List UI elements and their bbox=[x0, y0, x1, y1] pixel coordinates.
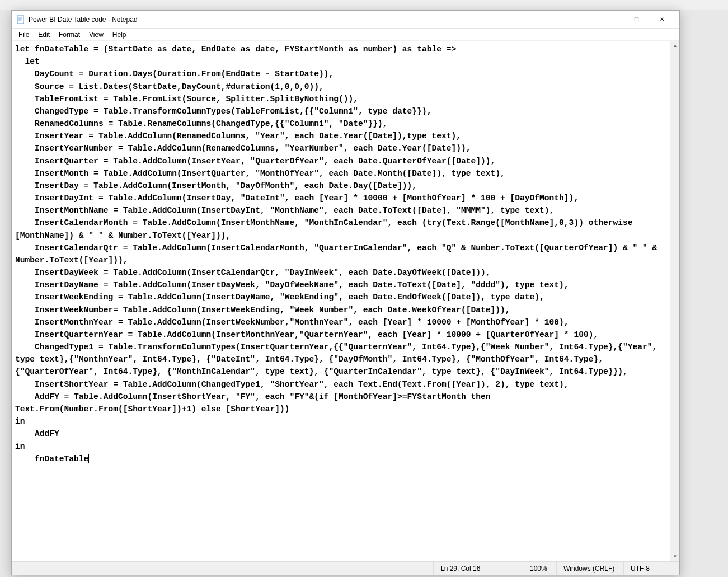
scrollbar-down-arrow[interactable]: ▼ bbox=[670, 552, 679, 561]
text-cursor bbox=[88, 454, 89, 463]
menu-view[interactable]: View bbox=[84, 30, 108, 40]
maximize-button[interactable]: ☐ bbox=[623, 11, 649, 29]
editor-content: let fnDateTable = (StartDate as date, En… bbox=[15, 45, 662, 463]
minimize-button[interactable]: — bbox=[598, 11, 623, 29]
close-button[interactable]: ✕ bbox=[649, 11, 675, 29]
notepad-window: Power BI Date Table code - Notepad — ☐ ✕… bbox=[11, 10, 680, 575]
status-position: Ln 29, Col 16 bbox=[433, 562, 523, 575]
title-bar[interactable]: Power BI Date Table code - Notepad — ☐ ✕ bbox=[12, 11, 679, 29]
menu-bar: File Edit Format View Help bbox=[12, 29, 679, 41]
status-bar: Ln 29, Col 16 100% Windows (CRLF) UTF-8 bbox=[12, 561, 679, 575]
vertical-scrollbar[interactable]: ▲ ▼ bbox=[670, 41, 679, 561]
notepad-icon bbox=[16, 15, 25, 24]
status-encoding: UTF-8 bbox=[623, 562, 679, 575]
menu-edit[interactable]: Edit bbox=[34, 30, 54, 40]
status-zoom: 100% bbox=[523, 562, 556, 575]
menu-help[interactable]: Help bbox=[108, 30, 131, 40]
menu-format[interactable]: Format bbox=[54, 30, 84, 40]
status-line-ending: Windows (CRLF) bbox=[556, 562, 623, 575]
editor-container: let fnDateTable = (StartDate as date, En… bbox=[12, 41, 679, 561]
text-editor[interactable]: let fnDateTable = (StartDate as date, En… bbox=[12, 41, 670, 561]
window-title: Power BI Date Table code - Notepad bbox=[29, 16, 598, 24]
window-controls: — ☐ ✕ bbox=[598, 11, 675, 28]
scrollbar-up-arrow[interactable]: ▲ bbox=[670, 41, 679, 50]
background-app-hint bbox=[0, 0, 728, 10]
menu-file[interactable]: File bbox=[14, 30, 34, 40]
